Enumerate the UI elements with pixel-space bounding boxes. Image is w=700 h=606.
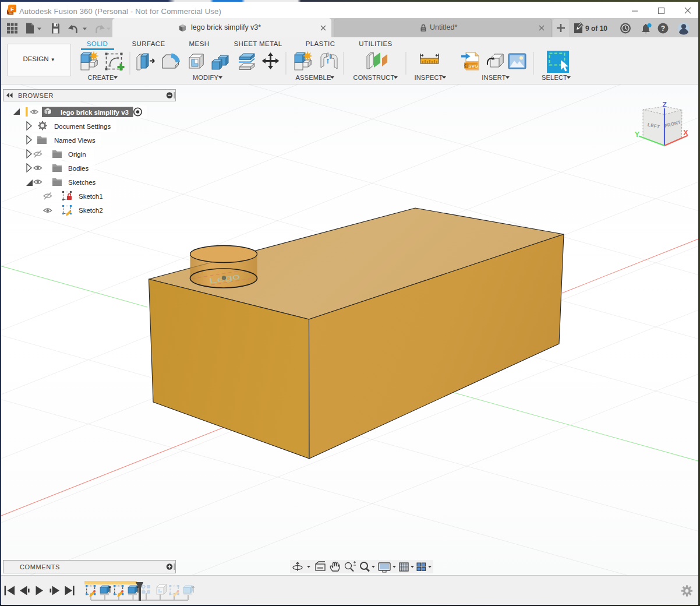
svg-text:BROWSER: BROWSER xyxy=(18,92,54,99)
svg-text:INSERT: INSERT xyxy=(482,74,505,81)
svg-text:SOLID: SOLID xyxy=(87,40,108,47)
svg-text:Sketches: Sketches xyxy=(68,179,96,186)
svg-text:PLASTIC: PLASTIC xyxy=(306,40,335,47)
svg-text:Origin: Origin xyxy=(68,151,86,158)
svg-text:SVG: SVG xyxy=(468,64,478,69)
svg-text:Y: Y xyxy=(635,131,640,139)
svg-text:COMMENTS: COMMENTS xyxy=(20,563,60,570)
svg-text:INSPECT: INSPECT xyxy=(414,74,443,81)
svg-text:Sketch2: Sketch2 xyxy=(79,207,103,214)
svg-text:CONSTRUCT: CONSTRUCT xyxy=(353,74,395,81)
svg-text:SELECT: SELECT xyxy=(542,74,567,81)
svg-text:9 of 10: 9 of 10 xyxy=(585,24,607,33)
svg-text:Named Views: Named Views xyxy=(54,137,96,144)
svg-text:UTILITIES: UTILITIES xyxy=(359,40,392,47)
svg-text:MESH: MESH xyxy=(189,40,210,47)
svg-text:?: ? xyxy=(661,24,665,33)
svg-text:Sketch1: Sketch1 xyxy=(79,193,103,200)
svg-text:SHEET METAL: SHEET METAL xyxy=(234,40,282,47)
svg-text:MODIFY: MODIFY xyxy=(193,74,218,81)
svg-text:lego brick simplify v3: lego brick simplify v3 xyxy=(61,109,129,116)
svg-text:SURFACE: SURFACE xyxy=(132,40,165,47)
svg-text:F: F xyxy=(10,6,14,12)
svg-text:ASSEMBLE: ASSEMBLE xyxy=(296,74,331,81)
svg-text:Document Settings: Document Settings xyxy=(54,123,111,130)
svg-text:Bodies: Bodies xyxy=(68,165,89,172)
svg-text:CREATE: CREATE xyxy=(87,74,114,81)
svg-text:Z: Z xyxy=(662,101,667,109)
svg-text:X: X xyxy=(683,129,688,137)
svg-text:360: 360 xyxy=(9,12,13,15)
